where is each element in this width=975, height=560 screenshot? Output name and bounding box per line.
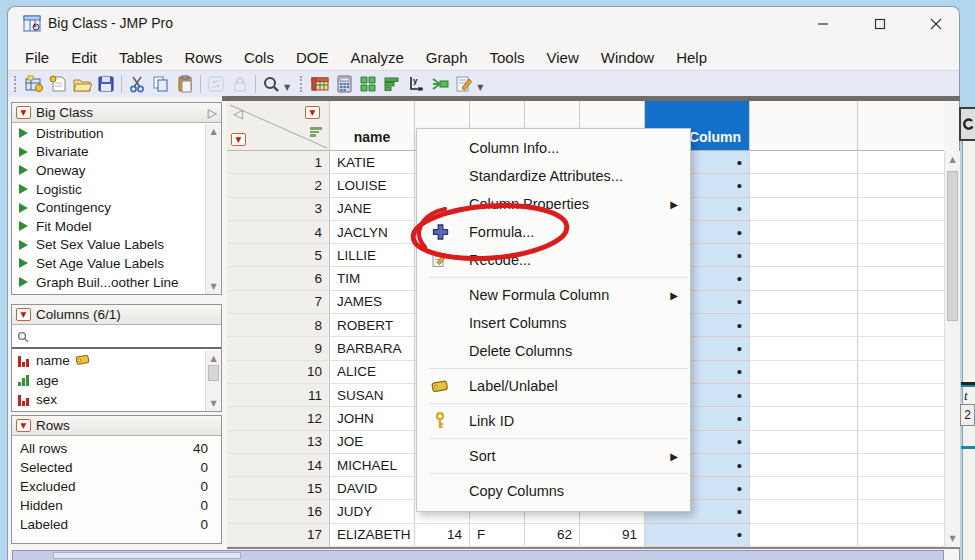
empty-cell[interactable] (858, 361, 944, 384)
red-triangle-menu-icon[interactable]: ▼ (16, 106, 31, 119)
open-icon[interactable] (70, 73, 94, 95)
name-cell[interactable]: DAVID (330, 477, 415, 500)
script-item[interactable]: Bivariate (12, 143, 205, 162)
row-number-cell[interactable]: 11 (227, 384, 330, 407)
name-cell[interactable]: JAMES (330, 291, 415, 314)
red-triangle-menu-icon[interactable]: ▼ (16, 308, 31, 321)
menu-item-formula[interactable]: Formula... (417, 218, 690, 246)
copy-icon[interactable] (149, 73, 173, 95)
empty-cell[interactable] (750, 407, 858, 430)
menu-item-insert-columns[interactable]: Insert Columns (417, 309, 690, 337)
row-number-cell[interactable]: 7 (227, 291, 330, 314)
menu-item-column-info[interactable]: Column Info... (417, 134, 690, 162)
empty-cell[interactable] (750, 291, 858, 314)
menu-tables[interactable]: Tables (108, 49, 173, 66)
join-icon[interactable] (428, 73, 452, 95)
menu-window[interactable]: Window (590, 49, 665, 66)
script-item[interactable]: Logistic (12, 180, 205, 199)
empty-cell[interactable] (858, 174, 944, 197)
script-item[interactable]: Distribution (12, 124, 205, 143)
name-cell[interactable]: JACLYN (330, 221, 415, 244)
row-number-cell[interactable]: 8 (227, 314, 330, 337)
menu-tools[interactable]: Tools (479, 49, 536, 66)
name-cell[interactable]: BARBARA (330, 337, 415, 360)
column-list-item[interactable]: name (12, 351, 205, 371)
height-cell[interactable]: 62 (525, 524, 580, 547)
empty-cell[interactable] (858, 244, 944, 267)
empty-cell[interactable] (858, 384, 944, 407)
row-number-cell[interactable]: 12 (227, 407, 330, 430)
menu-item-copy-columns[interactable]: Copy Columns (417, 477, 690, 505)
row-number-cell[interactable]: 1 (227, 151, 330, 174)
age-cell[interactable]: 14 (415, 524, 470, 547)
name-cell[interactable]: LILLIE (330, 244, 415, 267)
menu-view[interactable]: View (536, 49, 590, 66)
empty-cell[interactable] (750, 524, 858, 547)
empty-cell[interactable] (750, 198, 858, 221)
panel-collapse-icon[interactable]: ▷ (208, 106, 217, 120)
menu-edit[interactable]: Edit (60, 49, 108, 66)
menu-item-sort[interactable]: Sort▶ (417, 442, 690, 470)
columns-search-input[interactable] (12, 326, 221, 349)
empty-cell[interactable] (858, 477, 944, 500)
row-number-cell[interactable]: 4 (227, 221, 330, 244)
empty-cell[interactable] (858, 407, 944, 430)
empty-cell[interactable] (750, 244, 858, 267)
empty-cell[interactable] (858, 454, 944, 477)
toolbar-grip[interactable] (300, 76, 303, 92)
menu-item-delete-columns[interactable]: Delete Columns (417, 337, 690, 365)
cut-icon[interactable] (125, 73, 149, 95)
script-item[interactable]: Set Sex Value Labels (12, 236, 205, 255)
empty-cell[interactable] (858, 314, 944, 337)
name-cell[interactable]: JOHN (330, 407, 415, 430)
minimize-button[interactable] (803, 7, 843, 40)
menu-graph[interactable]: Graph (415, 49, 479, 66)
name-cell[interactable]: ELIZABETH (330, 524, 415, 547)
menu-doe[interactable]: DOE (285, 49, 340, 66)
name-cell[interactable]: SUSAN (330, 384, 415, 407)
empty-cell[interactable] (858, 500, 944, 523)
menu-rows[interactable]: Rows (173, 49, 233, 66)
new-column-cell[interactable]: • (645, 524, 750, 547)
menu-analyze[interactable]: Analyze (339, 49, 414, 66)
script-item[interactable]: Graph Buil...oother Line (12, 273, 205, 292)
row-number-cell[interactable]: 17 (227, 524, 330, 547)
fit-y-by-x-icon[interactable]: yx (404, 73, 428, 95)
grid-corner-cell[interactable]: ◁ ▼ ▼ (227, 101, 330, 151)
menu-cols[interactable]: Cols (233, 49, 285, 66)
collapse-panels-icon[interactable]: ◁ (233, 106, 243, 121)
window-panes-icon[interactable] (356, 73, 380, 95)
toolbar-grip[interactable] (14, 76, 17, 92)
name-cell[interactable]: MICHAEL (330, 454, 415, 477)
empty-cell[interactable] (750, 151, 858, 174)
row-number-cell[interactable]: 10 (227, 361, 330, 384)
script-item[interactable]: Fit Model (12, 217, 205, 236)
empty-cell[interactable] (858, 151, 944, 174)
search-icon[interactable] (259, 73, 283, 95)
data-table-icon[interactable] (308, 73, 332, 95)
toolbar-overflow-icon[interactable]: ▼ (284, 83, 290, 92)
column-header-empty[interactable] (858, 101, 944, 151)
script-item[interactable]: Contingency (12, 198, 205, 217)
scroll-up-icon[interactable]: ▲ (945, 155, 960, 164)
name-cell[interactable]: JOE (330, 431, 415, 454)
row-number-cell[interactable]: 5 (227, 244, 330, 267)
empty-cell[interactable] (858, 221, 944, 244)
table-vertical-scrollbar[interactable]: ▲ ▼ (944, 151, 960, 547)
empty-cell[interactable] (750, 431, 858, 454)
row-number-cell[interactable]: 15 (227, 477, 330, 500)
empty-cell[interactable] (750, 384, 858, 407)
scrollbar-thumb[interactable] (53, 552, 241, 559)
new-journal-icon[interactable] (46, 73, 70, 95)
script-item[interactable]: Set Age Value Labels (12, 254, 205, 273)
name-cell[interactable]: JUDY (330, 500, 415, 523)
red-triangle-menu-icon[interactable]: ▼ (16, 419, 31, 432)
rows-hotspot-icon[interactable]: ▼ (231, 133, 246, 146)
script-editor-icon[interactable] (452, 73, 476, 95)
empty-cell[interactable] (858, 291, 944, 314)
row-number-cell[interactable]: 14 (227, 454, 330, 477)
name-cell[interactable]: TIM (330, 267, 415, 290)
menu-item-label-unlabel[interactable]: Label/Unlabel (417, 372, 690, 400)
menu-item-new-formula-column[interactable]: New Formula Column▶ (417, 281, 690, 309)
script-item[interactable]: Oneway (12, 161, 205, 180)
